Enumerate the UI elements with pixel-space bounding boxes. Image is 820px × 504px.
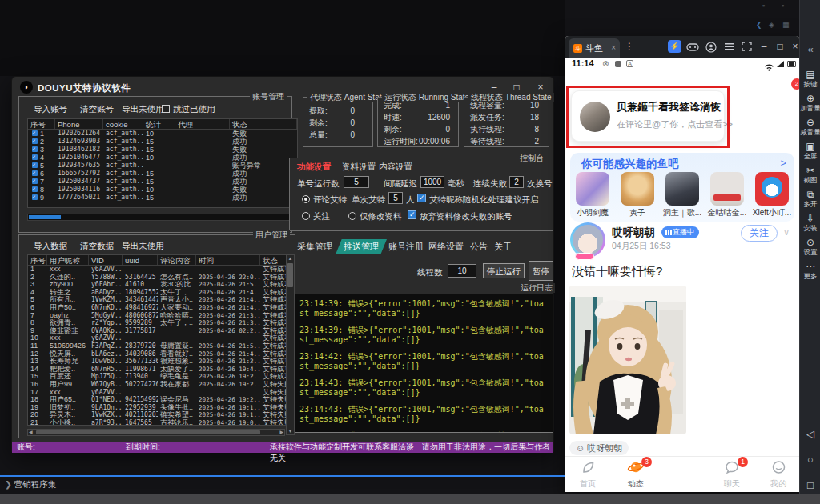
- col-header[interactable]: 序号: [28, 119, 55, 129]
- user-row[interactable]: 11 510699426 F3APqZ.. 28379720 母庸置疑.. 20…: [28, 342, 292, 350]
- user-row[interactable]: 7 oayhz 5MdGyV.. 480606872 哈哈哈嘻.. 2025-0…: [28, 312, 292, 320]
- user-row[interactable]: 2 久违的.. Y5788W.. 53164425 怎么有点.. 2025-04…: [28, 274, 292, 282]
- taskbar-item[interactable]: ❯ 营销程序集: [5, 479, 56, 490]
- minimize-icon[interactable]: –: [758, 41, 770, 53]
- row-checkbox[interactable]: [32, 154, 38, 160]
- scroll-up-arrow[interactable]: ▲: [287, 255, 294, 262]
- gamepad-icon[interactable]: [686, 42, 699, 55]
- abandon-checkbox[interactable]: [408, 210, 416, 219]
- interval-input[interactable]: [420, 176, 444, 188]
- col-header[interactable]: 用户昵称: [47, 255, 89, 265]
- toolbar-button[interactable]: ⊖ 减音量: [800, 117, 820, 136]
- manage-tab[interactable]: 公告: [470, 241, 488, 253]
- row-checkbox[interactable]: [32, 194, 38, 200]
- tab-content-settings[interactable]: 内容设置: [379, 162, 412, 173]
- account-row[interactable]: 6 16665752792 acf_auth.. 15 成功: [28, 170, 297, 178]
- android-nav-button[interactable]: □: [800, 480, 820, 491]
- account-row[interactable]: 7 19250034737 acf_auth.. 15 成功: [28, 178, 297, 186]
- interest-item[interactable]: 寅子: [617, 172, 658, 218]
- scroll-thumb[interactable]: [287, 263, 293, 287]
- col-header[interactable]: 序号: [28, 255, 47, 265]
- account-button[interactable]: 导入账号: [34, 104, 67, 115]
- post-avatar[interactable]: [570, 222, 605, 258]
- tab-menu-icon[interactable]: ⋮: [623, 41, 636, 53]
- tab-profile-settings[interactable]: 资料设置: [342, 162, 376, 173]
- row-checkbox[interactable]: [32, 170, 38, 176]
- toolbar-button[interactable]: ▣ 全屏: [800, 141, 820, 160]
- tab-close-icon[interactable]: ×: [611, 38, 616, 58]
- account-hscrollbar[interactable]: [27, 214, 298, 221]
- scroll-thumb[interactable]: [36, 430, 260, 434]
- live-badge[interactable]: 直播中: [661, 226, 699, 238]
- run-log[interactable]: 23:14:39: 错误>{"error":1001,"msg":"包含敏感词!…: [292, 294, 553, 433]
- user-row[interactable]: 10 xxx y6AZVV.. 艾特成功: [28, 334, 292, 342]
- col-header[interactable]: VID: [89, 255, 123, 265]
- tray-icon[interactable]: ▫: [782, 2, 784, 10]
- user-row[interactable]: 4 转生之.. aBADyz.. 180947552 太牛了，.. 2025-0…: [28, 289, 292, 297]
- row-checkbox[interactable]: [32, 138, 38, 144]
- nav-me[interactable]: 我的: [761, 460, 796, 490]
- account-button[interactable]: 导出未使用: [122, 104, 164, 115]
- boost-icon[interactable]: ⚡: [668, 40, 681, 53]
- author-tag[interactable]: ☺ 哎呀朝朝: [569, 441, 629, 455]
- android-nav-button[interactable]: ○: [800, 454, 820, 466]
- android-nav-button[interactable]: ◁: [800, 429, 820, 440]
- user-row[interactable]: 3 zhy900 y6FAbr.. 41610 发3C的比.. 2025-04-…: [28, 281, 292, 289]
- fail-input[interactable]: [509, 176, 524, 188]
- user-row[interactable]: 6 用户50.. 6N7nKD.. 498416927 人家要动.. 2025-…: [28, 304, 292, 312]
- manage-tab[interactable]: 关于: [494, 241, 512, 253]
- manage-tab[interactable]: 推送管理: [336, 239, 387, 254]
- tray-icon[interactable]: ◈: [769, 21, 774, 29]
- user-vscrollbar[interactable]: ▲ ▼: [286, 254, 295, 435]
- maximize-icon[interactable]: □: [774, 41, 786, 53]
- col-header[interactable]: cookie: [103, 119, 143, 129]
- user-row[interactable]: 8 欲拥青.. rZ*Ygp.. 9599289 太牛了，.. 2025-04-…: [28, 319, 292, 327]
- account-row[interactable]: 9 17772645021 acf_auth.. 15 成功: [28, 194, 297, 202]
- close-icon[interactable]: ×: [789, 41, 799, 53]
- stop-button[interactable]: 停止运行: [483, 263, 525, 278]
- account-row[interactable]: 5 19293457635 acf_auth.. 账号异常: [28, 162, 297, 170]
- toolbar-button[interactable]: ⊙ 设置: [800, 237, 820, 256]
- col-header[interactable]: 评论内容: [158, 255, 196, 265]
- row-checkbox[interactable]: [32, 162, 38, 168]
- user-button[interactable]: 导入数据: [34, 241, 67, 252]
- account-row[interactable]: 3 19108462182 acf_auth.. 15 失败: [28, 146, 297, 154]
- skip-used-checkbox[interactable]: [162, 105, 170, 113]
- scroll-down-arrow[interactable]: ▼: [287, 428, 294, 434]
- fullscreen-icon[interactable]: [740, 42, 753, 54]
- nav-chat[interactable]: 1 聊天: [714, 460, 750, 490]
- col-header[interactable]: 统计: [143, 119, 175, 129]
- follow-radio[interactable]: [302, 212, 310, 220]
- col-header[interactable]: 状态: [230, 119, 297, 129]
- chevron-down-icon[interactable]: ∨: [783, 227, 790, 238]
- toolbar-button[interactable]: ▤ 按键: [800, 69, 820, 88]
- user-row[interactable]: 12 悦天屏.. bLA6ez.. 34039086 看看就好.. 2025-0…: [28, 350, 292, 358]
- user-row[interactable]: 14 耙耙爱.. 6N7nR5.. 11998671 太缺爱了.. 2025-0…: [28, 366, 292, 374]
- col-header[interactable]: 时间: [196, 255, 260, 265]
- row-checkbox[interactable]: [32, 130, 38, 136]
- user-row[interactable]: 20 异灵木.. 1VwKZX.. 402110203 确实希望.. 2025-…: [28, 411, 292, 419]
- manage-tab[interactable]: 采集管理: [297, 241, 332, 253]
- account-row[interactable]: 8 19250034116 acf_auth.. 10 失败: [28, 186, 297, 194]
- user-row[interactable]: 18 用户65.. O1*NEO.. 942154992 误会尼马 2025-0…: [28, 396, 292, 404]
- user-row[interactable]: 16 用户99.. W67QyB.. 502274276 我在家都.. 2025…: [28, 381, 292, 389]
- nav-home[interactable]: 首页: [570, 460, 605, 490]
- user-row[interactable]: 13 长寿师兄 1OwVbO.. 356771336 很难想象.. 2025-0…: [28, 358, 292, 366]
- interest-item[interactable]: 洞主｜歌...: [661, 172, 703, 218]
- manage-tab[interactable]: 网络设置: [428, 241, 464, 253]
- user-button[interactable]: 导出未使用: [122, 241, 164, 252]
- col-header[interactable]: 代理: [175, 119, 230, 129]
- modify-only-radio[interactable]: [348, 212, 356, 220]
- interest-item[interactable]: Xleft小叮...: [751, 172, 793, 218]
- scroll-right-arrow[interactable]: ▶: [279, 430, 283, 435]
- interest-item[interactable]: 小明剑魔: [572, 172, 613, 218]
- scroll-left-arrow[interactable]: ◀: [29, 430, 33, 435]
- scroll-thumb[interactable]: [29, 215, 61, 219]
- account-row[interactable]: 1 19202621264 acf_auth.. 10 失败: [28, 130, 297, 138]
- toolbar-button[interactable]: ⧉ 多开: [800, 189, 820, 208]
- account-row[interactable]: 4 19251046477 acf_auth.. 10 成功: [28, 154, 297, 162]
- manage-tab[interactable]: 账号注册: [388, 241, 424, 253]
- user-row[interactable]: 5 所有凡.. 1VwKZM.. 343461447 声音太小.. 2025-0…: [28, 296, 292, 304]
- nav-feed[interactable]: 3 动态: [618, 460, 653, 490]
- follow-button[interactable]: 关注: [741, 225, 778, 242]
